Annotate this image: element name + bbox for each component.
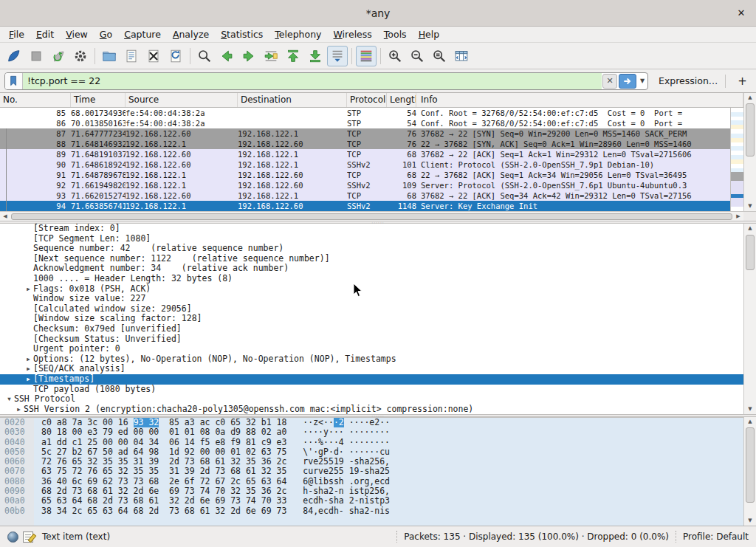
packet-row[interactable]: 9171.648789678192.168.122.1192.168.122.6… xyxy=(0,170,730,180)
column-header-info[interactable]: Info xyxy=(416,93,743,107)
menu-wireless[interactable]: Wireless xyxy=(328,27,378,42)
detail-row[interactable]: ▼SSH Protocol xyxy=(0,394,756,405)
detail-row[interactable]: [Calculated window size: 29056] xyxy=(0,304,756,314)
open-file-button[interactable] xyxy=(99,46,120,66)
hex-row[interactable]: 008036 40 6c 69 62 73 73 68 2e 6f 72 67 … xyxy=(0,477,756,486)
packet-list-minimap[interactable] xyxy=(730,108,743,211)
colorize-toggle[interactable] xyxy=(356,46,377,66)
menu-analyze[interactable]: Analyze xyxy=(167,27,215,42)
go-first-button[interactable] xyxy=(283,46,303,66)
filter-bookmark-button[interactable] xyxy=(5,73,23,89)
packet-row[interactable]: 8871.648146932192.168.122.1192.168.122.6… xyxy=(0,139,730,149)
menu-capture[interactable]: Capture xyxy=(118,27,167,42)
tree-collapsed-icon[interactable]: ▶ xyxy=(14,405,24,414)
hex-row[interactable]: 0040a1 dd c1 25 00 00 04 34 06 14 f5 e8 … xyxy=(0,438,756,447)
expression-button[interactable]: Expression… xyxy=(659,75,718,86)
detail-row[interactable]: Window size value: 227 xyxy=(0,294,756,304)
auto-scroll-toggle[interactable] xyxy=(327,46,348,66)
detail-row[interactable]: 1000 .... = Header Length: 32 bytes (8) xyxy=(0,274,756,284)
start-capture-button[interactable] xyxy=(4,46,24,66)
detail-row[interactable]: Urgent pointer: 0 xyxy=(0,344,756,354)
add-filter-button[interactable]: + xyxy=(733,75,752,88)
detail-row[interactable]: ▶SSH Version 2 (encryption:chacha20-poly… xyxy=(0,405,756,414)
column-header-length[interactable]: Length xyxy=(387,93,416,107)
restart-capture-button[interactable] xyxy=(48,46,69,66)
hex-row[interactable]: 003080 18 00 e3 79 ed 00 00 01 01 08 0a … xyxy=(0,427,756,437)
hex-row[interactable]: 009068 2d 73 68 61 32 2d 6e 69 73 74 70 … xyxy=(0,486,756,496)
detail-row[interactable]: [TCP Segment Len: 1080] xyxy=(0,234,756,244)
go-to-packet-button[interactable] xyxy=(261,46,281,66)
tree-collapsed-icon[interactable]: ▶ xyxy=(24,364,33,374)
close-file-button[interactable] xyxy=(143,46,164,66)
tree-expanded-icon[interactable]: ▼ xyxy=(4,394,14,405)
resize-columns-button[interactable] xyxy=(451,46,472,66)
hex-row[interactable]: 00a065 63 64 68 2d 73 68 61 32 2d 6e 69 … xyxy=(0,496,756,506)
detail-row[interactable]: [Checksum Status: Unverified] xyxy=(0,334,756,345)
find-packet-button[interactable] xyxy=(194,46,215,66)
capture-comment-icon[interactable] xyxy=(23,531,33,543)
stop-capture-button[interactable] xyxy=(26,46,47,66)
menu-help[interactable]: Help xyxy=(413,27,446,42)
scroll-down-icon[interactable]: ▼ xyxy=(744,405,756,414)
detail-row[interactable]: ▶Options: (12 bytes), No-Operation (NOP)… xyxy=(0,354,756,365)
menu-tools[interactable]: Tools xyxy=(378,27,413,42)
column-header-protocol[interactable]: Protocol xyxy=(347,93,387,107)
packet-row[interactable]: 9271.661949820192.168.122.1192.168.122.6… xyxy=(0,180,730,190)
zoom-out-button[interactable] xyxy=(407,46,427,66)
menu-view[interactable]: View xyxy=(60,27,94,42)
zoom-in-button[interactable] xyxy=(385,46,405,66)
packet-row[interactable]: 9071.648618924192.168.122.60192.168.122.… xyxy=(0,159,730,170)
tree-collapsed-icon[interactable]: ▶ xyxy=(24,374,33,385)
bytes-vscrollbar[interactable]: ▲ ▼ xyxy=(743,417,756,526)
go-back-button[interactable] xyxy=(216,46,237,66)
column-header-no[interactable]: No. xyxy=(0,93,71,107)
scroll-up-icon[interactable]: ▲ xyxy=(744,224,756,233)
expert-info-icon[interactable] xyxy=(7,531,18,543)
detail-row[interactable]: [Window size scaling factor: 128] xyxy=(0,314,756,324)
go-forward-button[interactable] xyxy=(238,46,259,66)
scroll-right-icon[interactable]: ▶ xyxy=(733,212,743,221)
packet-row[interactable]: 9371.662015274192.168.122.60192.168.122.… xyxy=(0,190,730,201)
clear-filter-button[interactable]: ✕ xyxy=(602,74,617,89)
menu-file[interactable]: File xyxy=(3,27,30,42)
scroll-thumb[interactable] xyxy=(11,213,732,220)
save-file-button[interactable] xyxy=(121,46,142,66)
scroll-thumb[interactable] xyxy=(746,103,755,156)
hex-row[interactable]: 0020c0 a8 7a 3c 00 16 93 32 85 a3 ac c0 … xyxy=(0,418,756,427)
scroll-up-icon[interactable]: ▲ xyxy=(744,93,756,103)
menu-go[interactable]: Go xyxy=(94,27,118,42)
menu-telephony[interactable]: Telephony xyxy=(269,27,327,42)
scroll-thumb[interactable] xyxy=(746,235,755,270)
menu-statistics[interactable]: Statistics xyxy=(215,27,269,42)
scroll-up-icon[interactable]: ▲ xyxy=(744,417,756,427)
detail-row[interactable]: Checksum: 0x79ed [unverified] xyxy=(0,324,756,334)
tree-collapsed-icon[interactable]: ▶ xyxy=(24,284,33,295)
reload-file-button[interactable] xyxy=(165,46,186,66)
scroll-thumb[interactable] xyxy=(746,427,755,503)
packet-row[interactable]: 8568.001734936fe:54:00:d4:38:2aSTP54Conf… xyxy=(0,108,730,118)
status-profile[interactable]: Profile: Default xyxy=(683,531,756,542)
capture-options-button[interactable] xyxy=(70,46,91,66)
detail-row[interactable]: Acknowledgment number: 34 (relative ack … xyxy=(0,264,756,274)
detail-row[interactable]: TCP payload (1080 bytes) xyxy=(0,385,756,395)
detail-row[interactable]: ▶Flags: 0x018 (PSH, ACK) xyxy=(0,284,756,295)
hex-row[interactable]: 006072 76 65 32 35 35 31 39 2d 73 68 61 … xyxy=(0,457,756,467)
display-filter-input[interactable] xyxy=(23,73,602,89)
zoom-original-button[interactable] xyxy=(429,46,450,66)
detail-row[interactable]: Sequence number: 42 (relative sequence n… xyxy=(0,244,756,254)
column-header-source[interactable]: Source xyxy=(126,93,238,107)
hex-row[interactable]: 00b038 34 2c 65 63 64 68 2d 73 68 61 32 … xyxy=(0,506,756,516)
filter-history-dropdown[interactable]: ▼ xyxy=(637,74,647,89)
close-window-icon[interactable]: ✕ xyxy=(735,7,748,20)
column-header-destination[interactable]: Destination xyxy=(238,93,347,107)
tree-collapsed-icon[interactable]: ▶ xyxy=(24,354,33,365)
hex-row[interactable]: 007063 75 72 76 65 32 35 35 31 39 2d 73 … xyxy=(0,467,756,476)
column-header-time[interactable]: Time xyxy=(71,93,126,107)
details-vscrollbar[interactable]: ▲ ▼ xyxy=(743,224,756,414)
apply-filter-button[interactable] xyxy=(619,74,636,89)
detail-row[interactable]: ▶[Timestamps] xyxy=(0,374,756,385)
detail-row[interactable]: [Next sequence number: 1122 (relative se… xyxy=(0,254,756,264)
packet-list-vscrollbar[interactable]: ▲ ▼ xyxy=(743,93,756,211)
detail-row[interactable]: [Stream index: 0] xyxy=(0,224,756,234)
packet-row[interactable]: 8670.013850163fe:54:00:d4:38:2aSTP54Conf… xyxy=(0,118,730,128)
